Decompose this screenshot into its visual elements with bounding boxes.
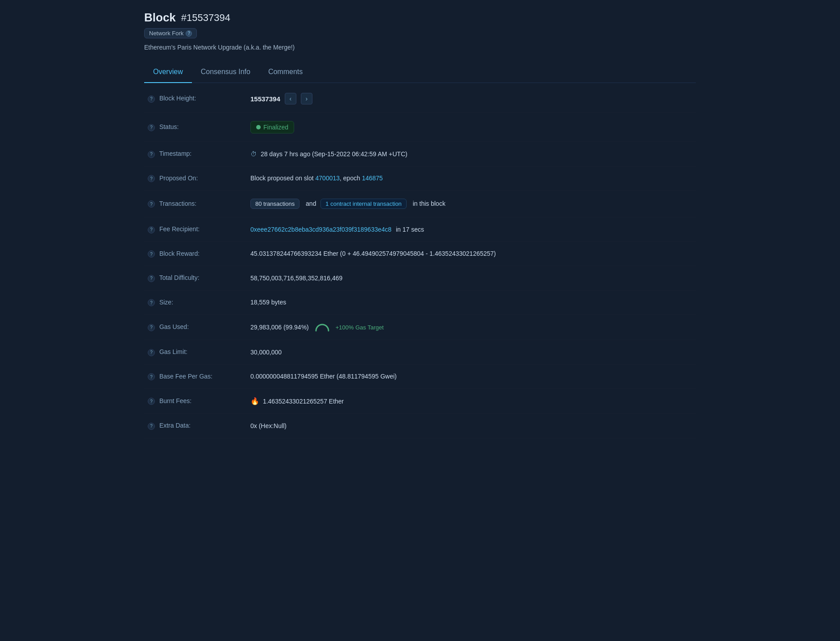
fee-recipient-suffix: in 17 secs	[396, 226, 424, 233]
row-status: ? Status: Finalized	[144, 113, 696, 142]
label-base-fee: ? Base Fee Per Gas:	[144, 364, 247, 389]
epoch-text: , epoch	[340, 175, 362, 182]
label-fee-recipient: ? Fee Recipient:	[144, 217, 247, 242]
page-container: Block #15537394 Network Fork ? Ethereum'…	[130, 0, 710, 449]
help-icon-transactions[interactable]: ?	[148, 200, 155, 208]
prev-block-button[interactable]: ‹	[285, 93, 296, 104]
value-burnt-fees: 🔥 1.46352433021265257 Ether	[247, 389, 696, 414]
row-proposed-on: ? Proposed On: Block proposed on slot 47…	[144, 166, 696, 191]
label-burnt-fees: ? Burnt Fees:	[144, 389, 247, 414]
slot-link[interactable]: 4700013	[316, 175, 340, 182]
row-fee-recipient: ? Fee Recipient: 0xeee27662c2b8eba3cd936…	[144, 217, 696, 242]
row-base-fee: ? Base Fee Per Gas: 0.000000048811794595…	[144, 364, 696, 389]
value-gas-limit: 30,000,000	[247, 340, 696, 365]
value-block-reward: 45.031378244766393234 Ether (0 + 46.4949…	[247, 241, 696, 266]
transactions-suffix: in this block	[413, 200, 445, 207]
transactions-and: and	[306, 200, 316, 207]
label-block-reward: ? Block Reward:	[144, 241, 247, 266]
gas-used-text: 29,983,006 (99.94%)	[250, 324, 309, 331]
value-size: 18,559 bytes	[247, 290, 696, 315]
row-transactions: ? Transactions: 80 transactions and 1 co…	[144, 191, 696, 217]
value-extra-data: 0x (Hex:Null)	[247, 414, 696, 438]
value-proposed-on: Block proposed on slot 4700013, epoch 14…	[247, 166, 696, 191]
tab-overview[interactable]: Overview	[144, 62, 192, 83]
help-icon-size[interactable]: ?	[148, 299, 155, 306]
gas-arc-icon	[314, 323, 330, 332]
proposed-on-text: Block proposed on slot	[250, 175, 316, 182]
block-height-number: 15537394	[250, 95, 280, 103]
row-block-height: ? Block Height: 15537394 ‹ ›	[144, 85, 696, 113]
tab-consensus-info[interactable]: Consensus Info	[192, 62, 259, 83]
help-icon-timestamp[interactable]: ?	[148, 151, 155, 158]
value-transactions: 80 transactions and 1 contract internal …	[247, 191, 696, 217]
page-title: Block	[144, 11, 176, 25]
value-gas-used: 29,983,006 (99.94%) +100% Gas Target	[247, 315, 696, 340]
title-row: Block #15537394	[144, 11, 696, 25]
value-total-difficulty: 58,750,003,716,598,352,816,469	[247, 266, 696, 291]
network-upgrade-note: Ethereum's Paris Network Upgrade (a.k.a.…	[144, 44, 696, 51]
tx-badge-internal[interactable]: 1 contract internal transaction	[320, 199, 407, 209]
help-icon-extra-data[interactable]: ?	[148, 423, 155, 430]
label-gas-used: ? Gas Used:	[144, 315, 247, 340]
help-icon-gas-limit[interactable]: ?	[148, 349, 155, 356]
label-timestamp: ? Timestamp:	[144, 142, 247, 166]
value-timestamp: ⏱ 28 days 7 hrs ago (Sep-15-2022 06:42:5…	[247, 142, 696, 166]
help-icon-proposed-on[interactable]: ?	[148, 175, 155, 182]
value-base-fee: 0.000000048811794595 Ether (48.811794595…	[247, 364, 696, 389]
help-icon-status[interactable]: ?	[148, 124, 155, 131]
row-extra-data: ? Extra Data: 0x (Hex:Null)	[144, 414, 696, 438]
label-total-difficulty: ? Total Difficulty:	[144, 266, 247, 291]
status-dot	[256, 125, 261, 129]
next-block-button[interactable]: ›	[301, 93, 312, 104]
value-status: Finalized	[247, 113, 696, 142]
block-number: #15537394	[181, 12, 230, 24]
row-total-difficulty: ? Total Difficulty: 58,750,003,716,598,3…	[144, 266, 696, 291]
status-badge: Finalized	[250, 121, 294, 133]
epoch-link[interactable]: 146875	[362, 175, 383, 182]
gas-used-row: 29,983,006 (99.94%) +100% Gas Target	[250, 323, 692, 332]
status-text: Finalized	[263, 124, 288, 131]
row-burnt-fees: ? Burnt Fees: 🔥 1.46352433021265257 Ethe…	[144, 389, 696, 414]
tabs: Overview Consensus Info Comments	[144, 62, 696, 83]
value-block-height: 15537394 ‹ ›	[247, 85, 696, 113]
label-status: ? Status:	[144, 113, 247, 142]
block-height-row: 15537394 ‹ ›	[250, 93, 692, 104]
row-block-reward: ? Block Reward: 45.031378244766393234 Et…	[144, 241, 696, 266]
tab-comments[interactable]: Comments	[259, 62, 312, 83]
clock-icon: ⏱	[250, 150, 257, 158]
info-icon[interactable]: ?	[186, 30, 192, 37]
label-proposed-on: ? Proposed On:	[144, 166, 247, 191]
overview-table: ? Block Height: 15537394 ‹ › ? Status:	[144, 85, 696, 438]
help-icon-fee-recipient[interactable]: ?	[148, 226, 155, 233]
page-header: Block #15537394 Network Fork ? Ethereum'…	[144, 11, 696, 51]
row-size: ? Size: 18,559 bytes	[144, 290, 696, 315]
row-gas-limit: ? Gas Limit: 30,000,000	[144, 340, 696, 365]
value-fee-recipient: 0xeee27662c2b8eba3cd936a23f039f3189633e4…	[247, 217, 696, 242]
burnt-fees-amount: 1.46352433021265257 Ether	[263, 398, 344, 405]
help-icon-base-fee[interactable]: ?	[148, 373, 155, 380]
fire-icon: 🔥	[250, 397, 259, 405]
help-icon-gas-used[interactable]: ?	[148, 324, 155, 331]
label-gas-limit: ? Gas Limit:	[144, 340, 247, 365]
help-icon-block-height[interactable]: ?	[148, 96, 155, 103]
row-gas-used: ? Gas Used: 29,983,006 (99.94%) +100% Ga…	[144, 315, 696, 340]
label-size: ? Size:	[144, 290, 247, 315]
tx-badge-count[interactable]: 80 transactions	[250, 199, 299, 209]
gas-target-text: +100% Gas Target	[336, 324, 384, 331]
network-fork-badge: Network Fork ?	[144, 28, 197, 38]
row-timestamp: ? Timestamp: ⏱ 28 days 7 hrs ago (Sep-15…	[144, 142, 696, 166]
label-block-height: ? Block Height:	[144, 85, 247, 113]
help-icon-burnt-fees[interactable]: ?	[148, 398, 155, 405]
fee-recipient-address[interactable]: 0xeee27662c2b8eba3cd936a23f039f3189633e4…	[250, 226, 391, 233]
timestamp-text: 28 days 7 hrs ago (Sep-15-2022 06:42:59 …	[261, 150, 408, 158]
help-icon-total-difficulty[interactable]: ?	[148, 275, 155, 282]
network-fork-label: Network Fork	[149, 30, 183, 37]
help-icon-block-reward[interactable]: ?	[148, 250, 155, 258]
label-extra-data: ? Extra Data:	[144, 414, 247, 438]
label-transactions: ? Transactions:	[144, 191, 247, 217]
